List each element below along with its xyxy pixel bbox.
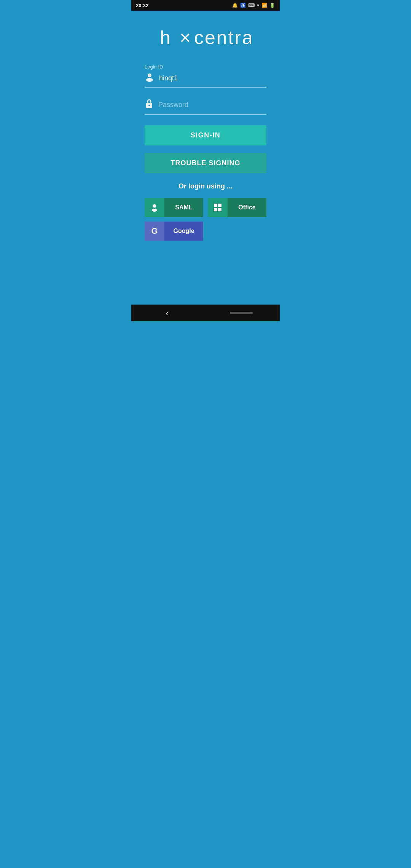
svg-point-8 — [152, 209, 157, 212]
password-row — [145, 98, 266, 115]
saml-button[interactable]: SAML — [145, 198, 203, 217]
login-id-group: Login ID — [145, 64, 266, 88]
office-button[interactable]: Office — [208, 198, 266, 217]
saml-label: SAML — [164, 198, 203, 217]
google-button[interactable]: G Google — [145, 222, 203, 241]
google-label: Google — [164, 222, 203, 241]
notification-icon: 🔔 — [232, 3, 238, 8]
status-bar: 20:32 🔔 ♿ ⌨ ▾ 📶 🔋 — [131, 0, 280, 11]
saml-icon — [145, 198, 164, 217]
or-login-text: Or login using ... — [145, 182, 266, 190]
home-pill[interactable] — [230, 312, 253, 314]
battery-icon: 🔋 — [269, 3, 275, 8]
trouble-signing-button[interactable]: TROUBLE SIGNING — [145, 153, 266, 173]
office-label: Office — [228, 198, 266, 217]
lock-icon — [145, 98, 154, 111]
windows-icon — [214, 204, 221, 211]
login-id-input[interactable] — [159, 74, 266, 82]
user-icon — [145, 72, 155, 84]
nav-bar: ‹ — [131, 305, 280, 321]
social-grid: SAML Office G — [145, 198, 266, 245]
password-group — [145, 98, 266, 115]
status-time: 20:32 — [136, 3, 148, 8]
status-icons: 🔔 ♿ ⌨ ▾ 📶 🔋 — [232, 3, 275, 8]
svg-point-3 — [148, 73, 151, 77]
wifi-icon: ▾ — [257, 3, 259, 8]
logo: h × central — [160, 26, 251, 49]
svg-point-4 — [146, 78, 153, 82]
svg-point-7 — [153, 204, 156, 208]
accessibility-icon: ♿ — [240, 3, 246, 8]
signal-icon: 📶 — [261, 3, 267, 8]
svg-point-6 — [148, 105, 150, 106]
main-content: h × central Login ID — [131, 11, 280, 305]
login-id-row — [145, 72, 266, 88]
logo-svg: h × central — [160, 26, 251, 49]
svg-text:×: × — [180, 27, 191, 48]
keyboard-icon: ⌨ — [248, 3, 255, 8]
login-id-label: Login ID — [145, 64, 266, 70]
form-section: Login ID — [145, 64, 266, 198]
sign-in-button[interactable]: SIGN-IN — [145, 125, 266, 145]
office-icon — [208, 198, 228, 217]
social-row-1: SAML Office — [145, 198, 266, 217]
google-icon: G — [145, 222, 164, 241]
svg-text:h: h — [160, 27, 172, 48]
logo-container: h × central — [160, 26, 251, 49]
back-button[interactable]: ‹ — [158, 306, 176, 321]
password-input[interactable] — [158, 101, 266, 109]
svg-text:central: central — [194, 27, 251, 48]
social-row-2: G Google — [145, 222, 266, 241]
